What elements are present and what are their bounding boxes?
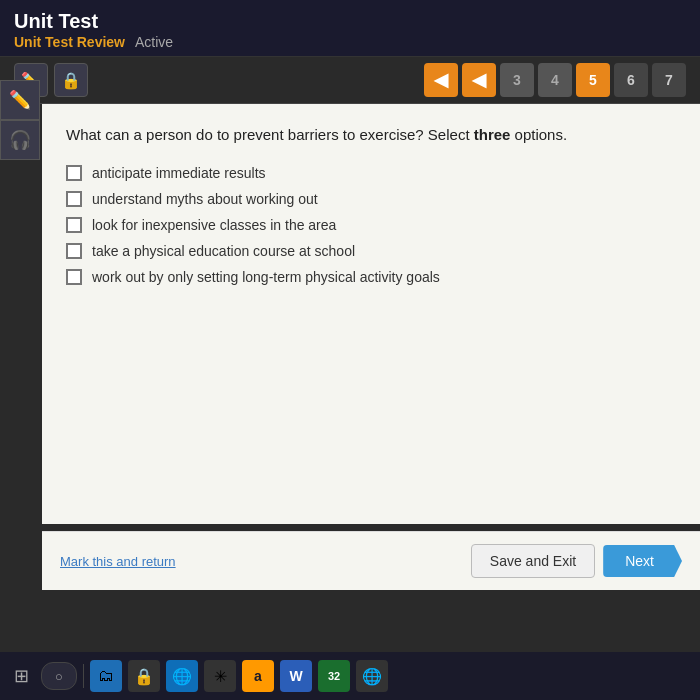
nav-page-7[interactable]: 7 — [652, 63, 686, 97]
main-content: What can a person do to prevent barriers… — [42, 104, 700, 524]
option-checkbox-3[interactable] — [66, 217, 82, 233]
option-checkbox-5[interactable] — [66, 269, 82, 285]
option-item-3[interactable]: look for inexpensive classes in the area — [66, 217, 676, 233]
pencil-side-icon[interactable]: ✏️ — [0, 80, 40, 120]
option-item-5[interactable]: work out by only setting long-term physi… — [66, 269, 676, 285]
nav-page-6[interactable]: 6 — [614, 63, 648, 97]
side-icons: ✏️ 🎧 — [0, 80, 40, 160]
headphone-side-icon[interactable]: 🎧 — [0, 120, 40, 160]
option-label-4: take a physical education course at scho… — [92, 243, 355, 259]
page-title: Unit Test — [14, 8, 686, 34]
taskbar: ⊞ ○ 🗂 🔒 🌐 ✳ a W 32 🌐 — [0, 652, 700, 700]
nav-back-button-2[interactable]: ◀ — [462, 63, 496, 97]
taskbar-app-word[interactable]: W — [280, 660, 312, 692]
question-text: What can a person do to prevent barriers… — [66, 124, 676, 147]
option-label-3: look for inexpensive classes in the area — [92, 217, 336, 233]
taskbar-app-edge[interactable]: 🌐 — [166, 660, 198, 692]
nav-page-4[interactable]: 4 — [538, 63, 572, 97]
option-checkbox-4[interactable] — [66, 243, 82, 259]
option-label-5: work out by only setting long-term physi… — [92, 269, 440, 285]
lock-tool-button[interactable]: 🔒 — [54, 63, 88, 97]
option-label-1: anticipate immediate results — [92, 165, 266, 181]
start-button[interactable]: ⊞ — [8, 661, 35, 691]
option-item-4[interactable]: take a physical education course at scho… — [66, 243, 676, 259]
option-item-1[interactable]: anticipate immediate results — [66, 165, 676, 181]
taskbar-app-explorer[interactable]: 🗂 — [90, 660, 122, 692]
option-checkbox-1[interactable] — [66, 165, 82, 181]
option-item-2[interactable]: understand myths about working out — [66, 191, 676, 207]
header-subtitle-row: Unit Test Review Active — [14, 34, 686, 50]
taskbar-app-chrome[interactable]: 🌐 — [356, 660, 388, 692]
taskbar-app-star[interactable]: ✳ — [204, 660, 236, 692]
question-text-after: options. — [510, 126, 567, 143]
option-checkbox-2[interactable] — [66, 191, 82, 207]
option-label-2: understand myths about working out — [92, 191, 318, 207]
nav-page-5[interactable]: 5 — [576, 63, 610, 97]
taskbar-app-32[interactable]: 32 — [318, 660, 350, 692]
question-text-before: What can a person do to prevent barriers… — [66, 126, 474, 143]
taskbar-app-amazon[interactable]: a — [242, 660, 274, 692]
next-button[interactable]: Next — [603, 545, 682, 577]
toolbar: ✏️ 🔒 ◀ ◀ 3 4 5 6 7 — [0, 57, 700, 104]
taskbar-search-button[interactable]: ○ — [41, 662, 77, 690]
save-exit-button[interactable]: Save and Exit — [471, 544, 595, 578]
option-list: anticipate immediate results understand … — [66, 165, 676, 285]
taskbar-separator-1 — [83, 664, 84, 688]
action-buttons: Save and Exit Next — [471, 544, 682, 578]
toolbar-nav: ◀ ◀ 3 4 5 6 7 — [424, 63, 686, 97]
nav-page-3[interactable]: 3 — [500, 63, 534, 97]
nav-back-button-1[interactable]: ◀ — [424, 63, 458, 97]
header: Unit Test Unit Test Review Active — [0, 0, 700, 57]
question-bold-word: three — [474, 126, 511, 143]
taskbar-app-lock[interactable]: 🔒 — [128, 660, 160, 692]
status-badge: Active — [135, 34, 173, 50]
action-bar: Mark this and return Save and Exit Next — [42, 531, 700, 590]
mark-return-link[interactable]: Mark this and return — [60, 554, 176, 569]
unit-test-review-link[interactable]: Unit Test Review — [14, 34, 125, 50]
